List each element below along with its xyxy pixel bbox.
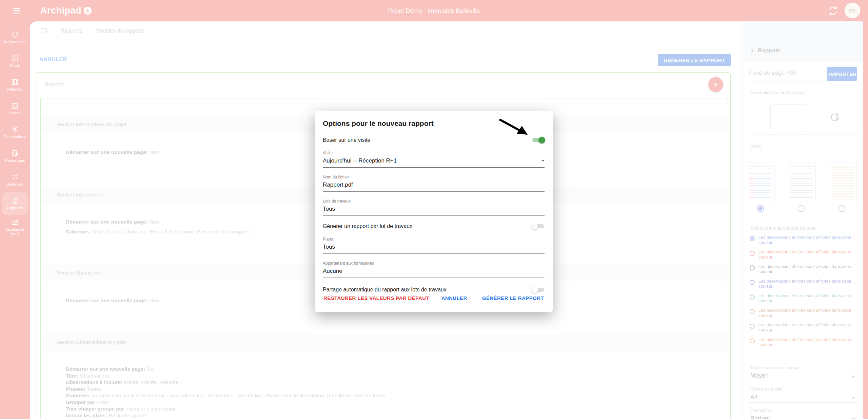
dialog-cancel-button[interactable]: ANNULER xyxy=(441,293,468,303)
base-on-visit-row: Baser sur une visite xyxy=(323,136,545,144)
base-on-visit-toggle[interactable] xyxy=(532,137,545,144)
visit-label: Visite xyxy=(323,151,545,155)
filename-field[interactable]: Nom du fichier Rapport.pdf xyxy=(323,175,545,192)
restore-defaults-button[interactable]: RESTAURER LES VALEURS PAR DÉFAUT xyxy=(323,293,430,303)
base-on-visit-label: Baser sur une visite xyxy=(323,137,371,143)
filename-label: Nom du fichier xyxy=(323,175,545,179)
per-lot-label: Génerer un rapport par lot de travaux xyxy=(323,223,412,229)
forms-value: Aucune xyxy=(323,268,342,274)
forms-label: Appartenant aux formulaires xyxy=(323,261,545,266)
lots-field[interactable]: Lots de travaux Tous xyxy=(323,199,545,216)
plans-field[interactable]: Plans Tous xyxy=(323,237,545,254)
forms-field[interactable]: Appartenant aux formulaires Aucune xyxy=(323,261,545,278)
new-report-options-dialog: Options pour le nouveau rapport Baser su… xyxy=(315,111,553,312)
plans-label: Plans xyxy=(323,237,545,242)
archipad-app: Archipad A Projet Démo - Immeuble Bellev… xyxy=(0,0,868,419)
visit-value: Aujourd'hui -- Réception R+1 xyxy=(323,157,397,164)
filename-value: Rapport.pdf xyxy=(323,182,353,188)
auto-share-row: Partage automatique du rapport aux lots … xyxy=(323,286,545,293)
dialog-generate-button[interactable]: GÉNÉRER LE RAPPORT xyxy=(481,293,545,303)
plans-value: Tous xyxy=(323,244,335,250)
chevron-down-icon xyxy=(541,160,545,162)
auto-share-label: Partage automatique du rapport aux lots … xyxy=(323,287,447,293)
dialog-footer: RESTAURER LES VALEURS PAR DÉFAUT ANNULER… xyxy=(323,293,545,304)
per-lot-row: Génerer un rapport par lot de travaux xyxy=(323,223,545,230)
per-lot-toggle[interactable] xyxy=(532,223,545,230)
lots-label: Lots de travaux xyxy=(323,199,545,204)
visit-field[interactable]: Visite Aujourd'hui -- Réception R+1 xyxy=(323,151,545,168)
dialog-title: Options pour le nouveau rapport xyxy=(323,119,545,128)
lots-value: Tous xyxy=(323,206,335,212)
auto-share-toggle[interactable] xyxy=(532,286,545,293)
